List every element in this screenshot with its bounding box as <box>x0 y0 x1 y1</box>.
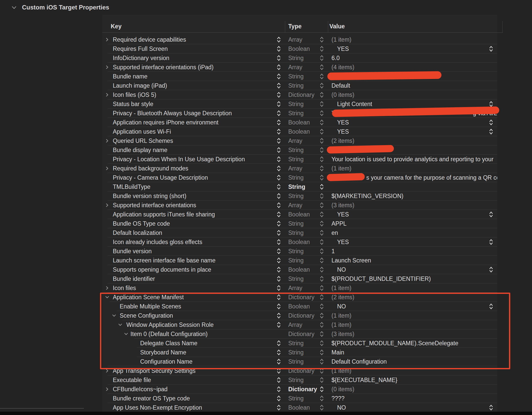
type-stepper-icon[interactable] <box>320 156 324 163</box>
plist-row[interactable]: Default localizationStringen <box>0 228 532 237</box>
value-cell[interactable]: ???? <box>331 394 497 403</box>
type-stepper-icon[interactable] <box>320 376 324 384</box>
plist-row[interactable]: Queried URL SchemesArray(2 items) <box>0 136 532 145</box>
type-stepper-icon[interactable] <box>320 165 324 172</box>
type-cell[interactable]: String <box>288 99 304 109</box>
plist-row[interactable]: Privacy - Camera Usage DescriptionString… <box>0 173 532 182</box>
type-cell[interactable]: Array <box>288 136 302 145</box>
plist-row[interactable]: Supports opening documents in placeBoole… <box>0 265 532 274</box>
type-stepper-icon[interactable] <box>320 174 324 181</box>
key-stepper-icon[interactable] <box>277 404 281 411</box>
value-stepper-icon[interactable] <box>489 238 493 246</box>
key-cell[interactable]: App Uses Non-Exempt Encryption <box>113 403 202 412</box>
type-cell[interactable]: Array <box>288 164 302 173</box>
type-stepper-icon[interactable] <box>320 238 324 246</box>
value-cell[interactable]: NO <box>331 403 497 412</box>
value-cell[interactable]: s your camera for the purpose of scannin… <box>366 173 497 182</box>
value-stepper-icon[interactable] <box>489 211 493 218</box>
key-stepper-icon[interactable] <box>277 275 281 282</box>
key-cell[interactable]: Status bar style <box>113 99 153 109</box>
value-cell[interactable]: (1 item) <box>331 35 497 44</box>
plist-row[interactable]: Bundle identifierString$(PRODUCT_BUNDLE_… <box>0 274 532 283</box>
key-cell[interactable]: Default localization <box>113 228 162 237</box>
type-stepper-icon[interactable] <box>320 284 324 292</box>
type-stepper-icon[interactable] <box>320 183 324 190</box>
type-cell[interactable]: String <box>288 155 304 164</box>
value-cell[interactable]: YES <box>331 237 497 247</box>
type-stepper-icon[interactable] <box>320 386 324 393</box>
key-cell[interactable]: Icon already includes gloss effects <box>113 237 202 247</box>
key-stepper-icon[interactable] <box>277 137 281 144</box>
type-stepper-icon[interactable] <box>320 257 324 264</box>
plist-row[interactable]: Icon filesArray(1 item) <box>0 283 532 293</box>
key-stepper-icon[interactable] <box>277 284 281 292</box>
key-stepper-icon[interactable] <box>277 119 281 126</box>
type-cell[interactable]: String <box>288 191 304 201</box>
type-stepper-icon[interactable] <box>320 192 324 200</box>
value-cell[interactable]: (1 item) <box>331 164 497 173</box>
value-cell[interactable]: YES <box>331 210 497 219</box>
type-stepper-icon[interactable] <box>320 137 324 144</box>
key-stepper-icon[interactable] <box>277 36 281 43</box>
value-cell[interactable]: (3 items) <box>331 201 497 210</box>
type-cell[interactable]: String <box>288 81 304 90</box>
plist-row[interactable]: Icon already includes gloss effectsBoole… <box>0 237 532 247</box>
type-cell[interactable]: String <box>288 219 304 228</box>
key-cell[interactable]: Required background modes <box>113 164 188 173</box>
plist-row[interactable]: App Uses Non-Exempt EncryptionBooleanNO <box>0 403 532 412</box>
key-cell[interactable]: InfoDictionary version <box>113 53 169 63</box>
type-cell[interactable]: Array <box>288 63 302 72</box>
key-stepper-icon[interactable] <box>277 100 281 108</box>
key-stepper-icon[interactable] <box>277 54 281 62</box>
type-cell[interactable]: String <box>288 247 304 256</box>
type-stepper-icon[interactable] <box>320 395 324 402</box>
plist-row[interactable]: Bundle display nameString <box>0 145 532 155</box>
key-cell[interactable]: Bundle version <box>113 247 152 256</box>
type-cell[interactable]: Dictionary <box>288 90 314 99</box>
key-stepper-icon[interactable] <box>277 82 281 89</box>
value-cell[interactable]: (0 items) <box>331 90 497 99</box>
type-stepper-icon[interactable] <box>320 248 324 255</box>
plist-row[interactable]: Required background modesArray(1 item) <box>0 164 532 173</box>
plist-row[interactable]: Application supports iTunes file sharing… <box>0 210 532 219</box>
key-stepper-icon[interactable] <box>277 156 281 163</box>
disclosure-collapsed-icon[interactable] <box>105 93 109 97</box>
value-cell[interactable]: (0 items) <box>331 385 497 394</box>
plist-row[interactable]: CFBundleIcons~ipadDictionary(0 items) <box>0 385 532 394</box>
type-stepper-icon[interactable] <box>320 128 324 135</box>
value-cell[interactable]: YES <box>331 118 497 127</box>
key-cell[interactable]: Bundle identifier <box>113 274 155 283</box>
key-stepper-icon[interactable] <box>277 202 281 209</box>
type-stepper-icon[interactable] <box>320 404 324 411</box>
type-stepper-icon[interactable] <box>320 54 324 62</box>
key-stepper-icon[interactable] <box>277 128 281 135</box>
key-cell[interactable]: Queried URL Schemes <box>113 136 173 145</box>
type-stepper-icon[interactable] <box>320 220 324 227</box>
key-cell[interactable]: Application uses Wi-Fi <box>113 127 171 136</box>
plist-row[interactable]: Supported interface orientationsArray(3 … <box>0 201 532 210</box>
type-stepper-icon[interactable] <box>320 211 324 218</box>
type-stepper-icon[interactable] <box>320 229 324 236</box>
key-stepper-icon[interactable] <box>277 174 281 181</box>
value-cell[interactable]: 6.0 <box>331 53 497 63</box>
type-cell[interactable]: String <box>288 394 304 403</box>
key-cell[interactable]: Supports opening documents in place <box>113 265 211 274</box>
plist-row[interactable]: Requires Full ScreenBooleanYES <box>0 44 532 53</box>
key-stepper-icon[interactable] <box>277 91 281 98</box>
value-cell[interactable]: $(PRODUCT_BUNDLE_IDENTIFIER) <box>331 274 497 283</box>
value-stepper-icon[interactable] <box>489 119 493 126</box>
key-stepper-icon[interactable] <box>277 229 281 236</box>
disclosure-collapsed-icon[interactable] <box>105 37 109 42</box>
plist-row[interactable]: Privacy - Location When In Use Usage Des… <box>0 155 532 164</box>
value-cell[interactable]: Default <box>331 81 497 90</box>
value-stepper-icon[interactable] <box>489 128 493 135</box>
value-cell[interactable]: ${EXECUTABLE_NAME} <box>331 375 497 385</box>
key-cell[interactable]: Bundle name <box>113 72 148 81</box>
type-cell[interactable]: String <box>288 274 304 283</box>
value-cell[interactable]: $(MARKETING_VERSION) <box>331 191 497 201</box>
key-stepper-icon[interactable] <box>277 192 281 200</box>
key-stepper-icon[interactable] <box>277 64 281 71</box>
type-cell[interactable]: String <box>288 173 304 182</box>
plist-row[interactable]: Launch image (iPad)StringDefault <box>0 81 532 90</box>
key-cell[interactable]: Application requires iPhone environment <box>113 118 218 127</box>
